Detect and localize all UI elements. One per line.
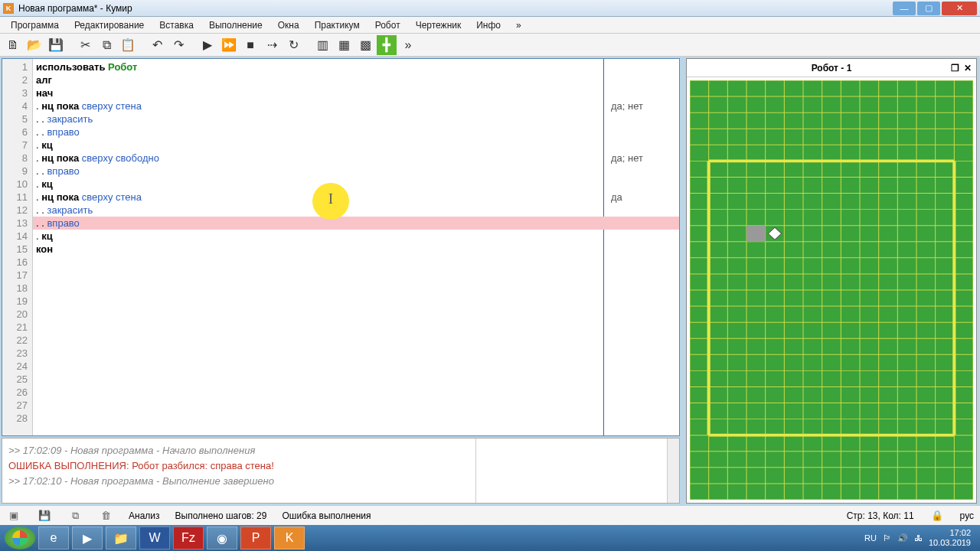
menu-Чертежник[interactable]: Чертежник: [410, 18, 468, 32]
window-title: Новая программа* - Кумир: [18, 3, 891, 14]
taskbar-ie-icon[interactable]: e: [38, 527, 69, 549]
robot-restore-icon[interactable]: ❐: [951, 63, 959, 73]
close-button[interactable]: ✕: [942, 2, 977, 15]
run-fast-icon[interactable]: ⏩: [219, 35, 239, 55]
undo-icon[interactable]: ↶: [147, 35, 167, 55]
view3-icon[interactable]: ▩: [355, 35, 375, 55]
tray-network-icon[interactable]: 🖧: [914, 533, 923, 543]
console-line: >> 17:02:10 - Новая программа - Выполнен…: [8, 474, 469, 489]
status-cursor: Стр: 13, Кол: 11: [847, 510, 914, 521]
view2-icon[interactable]: ▦: [334, 35, 354, 55]
console-error-line: ОШИБКА ВЫПОЛНЕНИЯ: Робот разбился: справ…: [8, 458, 469, 474]
maximize-button[interactable]: ▢: [917, 2, 940, 15]
app-icon: K: [3, 3, 14, 14]
new-file-icon[interactable]: 🗎: [3, 35, 23, 55]
step-over-icon[interactable]: ↻: [283, 35, 303, 55]
menu-»[interactable]: »: [510, 18, 528, 32]
start-button[interactable]: [5, 527, 35, 549]
output-console: >> 17:02:09 - Новая программа - Начало в…: [2, 438, 680, 504]
taskbar-powerpoint-icon[interactable]: P: [240, 527, 271, 549]
console-line: >> 17:02:09 - Новая программа - Начало в…: [8, 443, 469, 458]
taskbar-kumir-icon[interactable]: K: [274, 527, 305, 549]
sb-lock-icon[interactable]: 🔒: [929, 508, 945, 523]
minimize-button[interactable]: —: [893, 2, 916, 15]
status-analysis: Анализ: [129, 510, 160, 521]
svg-rect-47: [746, 226, 766, 242]
text-cursor-icon: I: [328, 193, 333, 206]
status-steps: Выполнено шагов: 29: [175, 510, 267, 521]
robot-panel-title: Робот - 1 ❐ ✕: [687, 59, 976, 77]
sb-save-icon[interactable]: 💾: [37, 508, 52, 523]
view1-icon[interactable]: ▥: [312, 35, 332, 55]
robot-field[interactable]: [690, 80, 973, 500]
menu-Инфо[interactable]: Инфо: [470, 18, 507, 32]
sb-copy-icon[interactable]: ⧉: [67, 508, 83, 523]
open-file-icon[interactable]: 📂: [24, 35, 44, 55]
console-right-pane: [476, 439, 679, 503]
scrollbar[interactable]: [667, 439, 679, 503]
robot-close-icon[interactable]: ✕: [964, 63, 972, 73]
sb-icon[interactable]: ▣: [6, 508, 21, 523]
code-area[interactable]: да; нетда; нетда I использовать Роботалг…: [33, 59, 679, 435]
line-gutter: 1234567891011121314151617181920212223242…: [2, 59, 33, 435]
run-icon[interactable]: ▶: [198, 35, 217, 55]
copy-icon[interactable]: ⧉: [96, 35, 116, 55]
view4-icon[interactable]: ╋: [377, 35, 397, 55]
sb-delete-icon[interactable]: 🗑: [98, 508, 113, 523]
titlebar: K Новая программа* - Кумир — ▢ ✕: [0, 0, 980, 17]
save-file-icon[interactable]: 💾: [46, 35, 66, 55]
tray-clock[interactable]: 17:02 10.03.2019: [929, 528, 971, 548]
svg-marker-48: [768, 227, 781, 240]
menu-Вставка[interactable]: Вставка: [153, 18, 200, 32]
code-editor[interactable]: 1234567891011121314151617181920212223242…: [2, 58, 680, 436]
menu-Программа[interactable]: Программа: [5, 18, 65, 32]
taskbar: e ▶ 📁 W Fz ◉ P K RU 🏳 🔊 🖧 17:02 10.03.20…: [0, 525, 980, 551]
menubar: ПрограммаРедактированиеВставкаВыполнение…: [0, 17, 980, 34]
menu-Робот[interactable]: Робот: [369, 18, 407, 32]
toolbar: 🗎 📂 💾 ✂ ⧉ 📋 ↶ ↷ ▶ ⏩ ■ ⇢ ↻ ▥ ▦ ▩ ╋ »: [0, 34, 980, 57]
taskbar-word-icon[interactable]: W: [139, 527, 170, 549]
taskbar-media-icon[interactable]: ▶: [72, 527, 103, 549]
status-error: Ошибка выполнения: [282, 510, 371, 521]
taskbar-explorer-icon[interactable]: 📁: [106, 527, 136, 549]
tray-flag-icon[interactable]: 🏳: [883, 533, 891, 543]
robot-panel: Робот - 1 ❐ ✕: [686, 58, 977, 504]
margin-line: [603, 59, 604, 435]
tray-sound-icon[interactable]: 🔊: [897, 533, 908, 543]
status-lang: рус: [960, 510, 974, 521]
menu-Выполнение[interactable]: Выполнение: [203, 18, 269, 32]
stop-icon[interactable]: ■: [240, 35, 260, 55]
paste-icon[interactable]: 📋: [118, 35, 138, 55]
statusbar: ▣ 💾 ⧉ 🗑 Анализ Выполнено шагов: 29 Ошибк…: [0, 505, 980, 525]
more-icon[interactable]: »: [398, 35, 418, 55]
step-icon[interactable]: ⇢: [262, 35, 282, 55]
cut-icon[interactable]: ✂: [75, 35, 95, 55]
menu-Редактирование[interactable]: Редактирование: [68, 18, 150, 32]
menu-Практикум[interactable]: Практикум: [309, 18, 366, 32]
taskbar-filezilla-icon[interactable]: Fz: [173, 527, 204, 549]
tray-lang[interactable]: RU: [864, 533, 877, 543]
menu-Окна[interactable]: Окна: [272, 18, 305, 32]
redo-icon[interactable]: ↷: [168, 35, 188, 55]
taskbar-chrome-icon[interactable]: ◉: [207, 527, 237, 549]
margin-notes: да; нетда; нетда: [611, 60, 643, 425]
